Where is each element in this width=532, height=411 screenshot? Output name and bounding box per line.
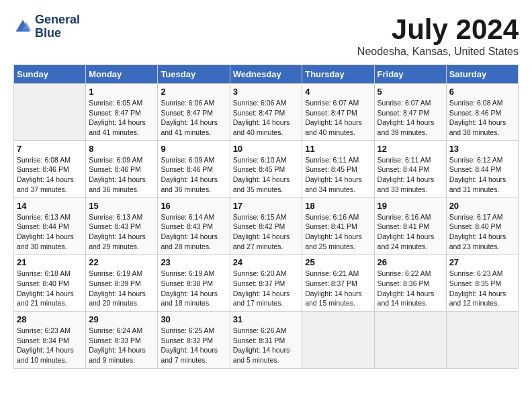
day-info: Sunrise: 6:09 AMSunset: 8:46 PMDaylight:… [161,155,226,195]
day-info: Sunrise: 6:26 AMSunset: 8:31 PMDaylight:… [233,326,300,365]
day-info: Sunrise: 6:07 AMSunset: 8:47 PMDaylight:… [378,98,443,138]
calendar-cell: 31Sunrise: 6:26 AMSunset: 8:31 PMDayligh… [230,312,302,369]
day-number: 4 [305,87,371,97]
logo-text: General Blue [35,13,80,40]
day-number: 3 [233,87,300,97]
day-info: Sunrise: 6:13 AMSunset: 8:44 PMDaylight:… [17,212,83,252]
day-info: Sunrise: 6:11 AMSunset: 8:45 PMDaylight:… [305,155,371,195]
calendar-cell: 12Sunrise: 6:11 AMSunset: 8:44 PMDayligh… [374,140,446,197]
day-number: 20 [449,201,515,211]
calendar-cell: 28Sunrise: 6:23 AMSunset: 8:34 PMDayligh… [14,312,86,369]
calendar-cell: 19Sunrise: 6:16 AMSunset: 8:41 PMDayligh… [374,197,446,255]
day-number: 24 [233,257,300,267]
calendar-cell: 14Sunrise: 6:13 AMSunset: 8:44 PMDayligh… [14,197,86,255]
day-number: 26 [378,257,443,267]
day-number: 27 [449,257,515,267]
day-info: Sunrise: 6:06 AMSunset: 8:47 PMDaylight:… [161,98,226,138]
day-info: Sunrise: 6:08 AMSunset: 8:46 PMDaylight:… [17,155,83,195]
calendar-cell: 7Sunrise: 6:08 AMSunset: 8:46 PMDaylight… [14,140,86,197]
day-info: Sunrise: 6:13 AMSunset: 8:43 PMDaylight:… [89,212,154,252]
calendar-cell: 26Sunrise: 6:22 AMSunset: 8:36 PMDayligh… [374,255,446,312]
day-header-friday: Friday [374,65,446,84]
day-number: 31 [233,314,300,324]
calendar-week-2: 7Sunrise: 6:08 AMSunset: 8:46 PMDaylight… [14,140,519,197]
calendar-cell: 2Sunrise: 6:06 AMSunset: 8:47 PMDaylight… [158,84,230,141]
calendar-cell: 21Sunrise: 6:18 AMSunset: 8:40 PMDayligh… [14,255,86,312]
day-number: 15 [89,201,154,211]
day-number: 23 [161,257,226,267]
calendar-cell: 22Sunrise: 6:19 AMSunset: 8:39 PMDayligh… [86,255,158,312]
day-number: 28 [17,314,83,324]
day-header-wednesday: Wednesday [230,65,302,84]
day-number: 25 [305,257,371,267]
calendar-cell: 30Sunrise: 6:25 AMSunset: 8:32 PMDayligh… [158,312,230,369]
day-info: Sunrise: 6:18 AMSunset: 8:40 PMDaylight:… [17,269,83,308]
day-info: Sunrise: 6:15 AMSunset: 8:42 PMDaylight:… [233,212,300,252]
calendar-cell: 11Sunrise: 6:11 AMSunset: 8:45 PMDayligh… [302,140,374,197]
day-info: Sunrise: 6:22 AMSunset: 8:36 PMDaylight:… [378,269,443,308]
calendar-cell: 6Sunrise: 6:08 AMSunset: 8:46 PMDaylight… [446,84,518,141]
calendar-cell [14,84,86,141]
calendar-cell: 29Sunrise: 6:24 AMSunset: 8:33 PMDayligh… [86,312,158,369]
day-header-saturday: Saturday [446,65,518,84]
calendar-cell: 15Sunrise: 6:13 AMSunset: 8:43 PMDayligh… [86,197,158,255]
day-info: Sunrise: 6:06 AMSunset: 8:47 PMDaylight:… [233,98,300,138]
day-info: Sunrise: 6:20 AMSunset: 8:37 PMDaylight:… [233,269,300,308]
day-number: 11 [305,144,371,154]
day-info: Sunrise: 6:16 AMSunset: 8:41 PMDaylight:… [378,212,443,252]
calendar-cell: 13Sunrise: 6:12 AMSunset: 8:44 PMDayligh… [446,140,518,197]
day-number: 8 [89,144,154,154]
day-info: Sunrise: 6:12 AMSunset: 8:44 PMDaylight:… [449,155,515,195]
main-title: July 2024 [357,13,519,46]
day-info: Sunrise: 6:11 AMSunset: 8:44 PMDaylight:… [378,155,443,195]
day-info: Sunrise: 6:19 AMSunset: 8:39 PMDaylight:… [89,269,154,308]
calendar-cell: 25Sunrise: 6:21 AMSunset: 8:37 PMDayligh… [302,255,374,312]
day-number: 10 [233,144,300,154]
logo-icon [13,17,32,36]
day-info: Sunrise: 6:07 AMSunset: 8:47 PMDaylight:… [305,98,371,138]
calendar-cell: 4Sunrise: 6:07 AMSunset: 8:47 PMDaylight… [302,84,374,141]
day-header-sunday: Sunday [14,65,86,84]
calendar-cell: 23Sunrise: 6:19 AMSunset: 8:38 PMDayligh… [158,255,230,312]
day-number: 12 [378,144,443,154]
day-info: Sunrise: 6:17 AMSunset: 8:40 PMDaylight:… [449,212,515,252]
calendar-cell: 1Sunrise: 6:05 AMSunset: 8:47 PMDaylight… [86,84,158,141]
day-number: 30 [161,314,226,324]
day-number: 16 [161,201,226,211]
calendar: SundayMondayTuesdayWednesdayThursdayFrid… [13,64,519,369]
day-info: Sunrise: 6:23 AMSunset: 8:35 PMDaylight:… [449,269,515,308]
day-info: Sunrise: 6:09 AMSunset: 8:46 PMDaylight:… [89,155,154,195]
header: General Blue July 2024 Neodesha, Kansas,… [13,13,519,58]
title-area: July 2024 Neodesha, Kansas, United State… [357,13,519,58]
calendar-header-row: SundayMondayTuesdayWednesdayThursdayFrid… [14,65,519,84]
day-number: 22 [89,257,154,267]
calendar-week-3: 14Sunrise: 6:13 AMSunset: 8:44 PMDayligh… [14,197,519,255]
day-info: Sunrise: 6:23 AMSunset: 8:34 PMDaylight:… [17,326,83,365]
day-number: 21 [17,257,83,267]
day-info: Sunrise: 6:25 AMSunset: 8:32 PMDaylight:… [161,326,226,365]
calendar-cell: 5Sunrise: 6:07 AMSunset: 8:47 PMDaylight… [374,84,446,141]
day-info: Sunrise: 6:24 AMSunset: 8:33 PMDaylight:… [89,326,154,365]
calendar-cell: 20Sunrise: 6:17 AMSunset: 8:40 PMDayligh… [446,197,518,255]
day-info: Sunrise: 6:19 AMSunset: 8:38 PMDaylight:… [161,269,226,308]
calendar-cell: 16Sunrise: 6:14 AMSunset: 8:43 PMDayligh… [158,197,230,255]
day-info: Sunrise: 6:14 AMSunset: 8:43 PMDaylight:… [161,212,226,252]
calendar-week-5: 28Sunrise: 6:23 AMSunset: 8:34 PMDayligh… [14,312,519,369]
day-number: 6 [449,87,515,97]
day-number: 9 [161,144,226,154]
day-number: 5 [378,87,443,97]
calendar-cell: 8Sunrise: 6:09 AMSunset: 8:46 PMDaylight… [86,140,158,197]
day-number: 13 [449,144,515,154]
day-number: 2 [161,87,226,97]
calendar-cell: 9Sunrise: 6:09 AMSunset: 8:46 PMDaylight… [158,140,230,197]
calendar-cell [302,312,374,369]
day-number: 14 [17,201,83,211]
calendar-week-4: 21Sunrise: 6:18 AMSunset: 8:40 PMDayligh… [14,255,519,312]
subtitle: Neodesha, Kansas, United States [357,46,519,58]
calendar-cell: 18Sunrise: 6:16 AMSunset: 8:41 PMDayligh… [302,197,374,255]
day-number: 19 [378,201,443,211]
calendar-cell: 3Sunrise: 6:06 AMSunset: 8:47 PMDaylight… [230,84,302,141]
calendar-cell [446,312,518,369]
calendar-cell: 10Sunrise: 6:10 AMSunset: 8:45 PMDayligh… [230,140,302,197]
calendar-cell: 24Sunrise: 6:20 AMSunset: 8:37 PMDayligh… [230,255,302,312]
